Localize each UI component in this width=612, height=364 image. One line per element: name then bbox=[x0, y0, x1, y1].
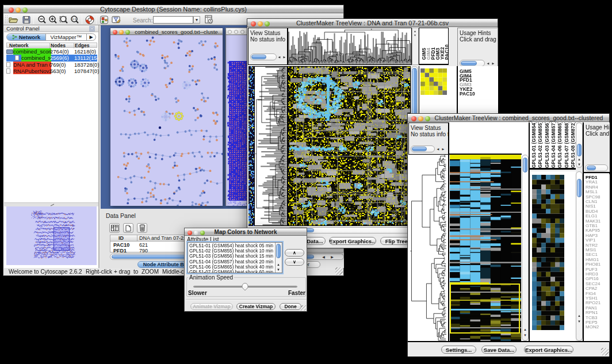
tab-vizmapper[interactable]: VizMapper™ bbox=[46, 34, 87, 40]
scroll-left-button[interactable]: ◀ bbox=[435, 146, 441, 152]
minimize-button[interactable] bbox=[194, 231, 198, 235]
attribute-list-item[interactable]: GPL51-07 (GSM868) heat shock 60 min bbox=[189, 270, 273, 273]
network-view-1-title-bar[interactable]: combined_scores_good.txt--cluste... bbox=[110, 28, 223, 35]
usage-hints-hscroll-thumb[interactable] bbox=[461, 61, 477, 66]
export-graphics-button[interactable]: Export Graphics... bbox=[329, 237, 376, 245]
zoom-fit-icon[interactable]: 1:1 bbox=[70, 15, 80, 25]
scroll-up-icon[interactable]: ▲ bbox=[577, 158, 581, 161]
slider-thumb[interactable] bbox=[242, 283, 248, 291]
float-panel-icon[interactable] bbox=[89, 26, 95, 32]
move-up-button[interactable]: ∧ bbox=[285, 249, 304, 256]
create-vizmap-button[interactable]: Create Vizmap bbox=[236, 303, 276, 310]
network-overview-panel[interactable] bbox=[6, 206, 97, 265]
search-input[interactable] bbox=[153, 16, 193, 24]
main-title-bar[interactable]: Cytoscape Desktop (Session Name: collins… bbox=[3, 5, 343, 13]
scroll-left-button[interactable]: ◀ bbox=[485, 60, 491, 66]
treeview2-title-bar[interactable]: ClusterMaker TreeView : combined_scores_… bbox=[408, 114, 609, 122]
minimize-button[interactable] bbox=[16, 7, 21, 13]
save-icon[interactable] bbox=[21, 15, 32, 25]
attribute-list[interactable]: GPL51-01 (GSM854) heat shock 05 minGPL51… bbox=[188, 242, 282, 273]
zoom-button[interactable] bbox=[425, 116, 430, 121]
network-row[interactable]: combined_scores_2764(0)16218(0) bbox=[6, 48, 97, 55]
minimize-button[interactable] bbox=[119, 30, 124, 35]
treeview1-global-overview[interactable] bbox=[248, 66, 254, 226]
treeview2-vscrollbar[interactable]: ▲ ▼ bbox=[522, 155, 529, 341]
filter-icon[interactable] bbox=[111, 15, 121, 25]
attribute-list-item[interactable]: GPL51-04 (GSM857) heat shock 20 min bbox=[189, 259, 273, 265]
scroll-up-icon[interactable]: ▲ bbox=[414, 29, 416, 33]
scroll-down-icon[interactable]: ▼ bbox=[523, 334, 527, 337]
treeview2-zoom-vscroll-thumb[interactable] bbox=[577, 179, 582, 197]
view-status-hscroll-thumb[interactable] bbox=[412, 147, 427, 151]
scroll-right-button[interactable]: ▶ bbox=[491, 60, 496, 66]
scroll-right-button[interactable]: ▶ bbox=[282, 53, 287, 60]
vizmapper-icon[interactable] bbox=[99, 15, 109, 25]
scroll-right-button[interactable]: ▶ bbox=[328, 254, 336, 259]
id-column-header[interactable]: ID bbox=[118, 235, 124, 241]
main-resize-grip[interactable] bbox=[335, 267, 343, 275]
scroll-right-button[interactable]: ▶ bbox=[441, 146, 446, 152]
network-row[interactable]: DNA and Tran 07769(0)183728(0) bbox=[6, 62, 97, 68]
tab-network[interactable]: Network bbox=[7, 34, 46, 40]
zoom-out-icon[interactable] bbox=[37, 15, 47, 25]
treeview2-collabel-scrollbar[interactable]: ▲ ▼ bbox=[576, 122, 583, 168]
treeview2-row-dendrogram[interactable] bbox=[408, 155, 448, 341]
treeview2-zoom-heatmap[interactable] bbox=[532, 175, 564, 330]
search-dropdown-button[interactable]: ▼ bbox=[193, 16, 200, 24]
treeview2-vscroll-thumb[interactable] bbox=[523, 158, 527, 173]
close-button[interactable] bbox=[113, 30, 117, 35]
attribute-list-item[interactable]: GPL51-01 (GSM854) heat shock 05 min bbox=[189, 243, 273, 248]
treeview2-collabel-scroll-thumb[interactable] bbox=[577, 144, 582, 156]
usage-hints-hscrollbar[interactable] bbox=[585, 164, 608, 171]
scroll-up-icon[interactable]: ▲ bbox=[577, 314, 581, 317]
animate-vizmap-button[interactable]: Animate Vizmap bbox=[190, 303, 233, 310]
scroll-down-icon[interactable]: ▼ bbox=[414, 33, 416, 37]
scroll-down-icon[interactable]: ▼ bbox=[277, 268, 280, 271]
scroll-down-icon[interactable]: ▼ bbox=[577, 163, 581, 166]
toolbar-drag-handle[interactable] bbox=[5, 16, 7, 24]
close-button[interactable] bbox=[251, 21, 256, 26]
col-header-network[interactable]: Network bbox=[9, 43, 29, 48]
treeview1-mini-scroll[interactable]: ▲ ▼ bbox=[412, 28, 419, 65]
usage-hints-hscroll-thumb[interactable] bbox=[587, 166, 596, 170]
delete-attribute-button[interactable] bbox=[137, 223, 147, 233]
minimize-button[interactable] bbox=[418, 116, 423, 121]
minimize-button[interactable] bbox=[258, 21, 263, 26]
network-view-canvas[interactable] bbox=[110, 36, 223, 206]
attribute-list-scroll-thumb[interactable] bbox=[276, 244, 281, 258]
zoom-button[interactable] bbox=[240, 30, 244, 34]
zoom-in-icon[interactable] bbox=[48, 15, 58, 25]
network-row[interactable]: RNAPuberNov2+N563(0)107847(0) bbox=[6, 68, 97, 74]
new-attribute-button[interactable] bbox=[123, 223, 133, 233]
select-attributes-button[interactable] bbox=[109, 223, 120, 233]
col-header-edges[interactable]: Edges bbox=[75, 43, 90, 48]
scroll-left-button[interactable]: ◀ bbox=[320, 254, 327, 259]
treeview2-zoom-vscrollbar[interactable]: ▲ ▼ bbox=[576, 171, 583, 341]
help-lifebuoy-icon[interactable] bbox=[85, 15, 95, 25]
save-data-button[interactable]: Save Data... bbox=[481, 346, 517, 354]
scroll-up-icon[interactable]: ▲ bbox=[277, 263, 280, 266]
zoom-button[interactable] bbox=[125, 30, 130, 35]
done-button[interactable]: Done bbox=[280, 303, 301, 310]
attribute-table-icon[interactable] bbox=[204, 14, 214, 24]
close-button[interactable] bbox=[188, 231, 192, 235]
zoom-button[interactable] bbox=[22, 7, 28, 13]
zoom-button[interactable] bbox=[265, 21, 270, 26]
treeview1-heatmap[interactable] bbox=[288, 66, 411, 226]
open-folder-icon[interactable] bbox=[8, 15, 18, 25]
close-button[interactable] bbox=[9, 7, 14, 13]
treeview1-column-dendrogram[interactable] bbox=[288, 28, 412, 65]
attribute-list-item[interactable]: GPL51-02 (GSM855) heat shock 10 min bbox=[189, 248, 273, 254]
view-status-hscrollbar[interactable] bbox=[411, 145, 435, 152]
gene-label[interactable]: MON2 bbox=[586, 324, 599, 329]
tab-overflow-button[interactable]: ▶ bbox=[87, 34, 95, 40]
close-button[interactable] bbox=[411, 116, 416, 121]
overview-viewport-rect[interactable] bbox=[53, 227, 70, 251]
attribute-list-item[interactable]: GPL51-03 (GSM856) heat shock 15 min bbox=[189, 254, 273, 259]
dialog-title-bar[interactable]: Map Colors to Network bbox=[185, 228, 307, 236]
view-status-hscrollbar[interactable] bbox=[250, 53, 277, 60]
view-status-hscroll-thumb[interactable] bbox=[251, 55, 266, 59]
similarity-matrix[interactable] bbox=[420, 68, 447, 95]
move-down-button[interactable]: ∨ bbox=[285, 258, 304, 266]
zoom-button[interactable] bbox=[200, 231, 205, 235]
